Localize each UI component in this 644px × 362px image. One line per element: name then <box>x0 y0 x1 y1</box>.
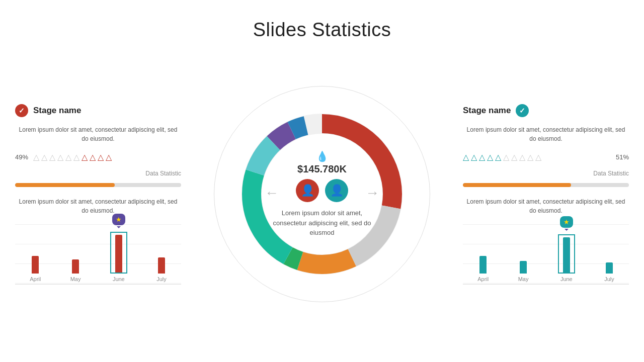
person-red-1: △ <box>82 152 88 162</box>
left-label-july: July <box>156 276 167 282</box>
right-percentage: 51% <box>613 153 629 161</box>
right-panel: Stage name Lorem ipsum dolor sit amet, c… <box>458 104 629 285</box>
person-gray-r1: △ <box>503 152 509 162</box>
person-gray-r3: △ <box>519 152 525 162</box>
donut-lorem: Lorem ipsum dolor sit amet, consectetur … <box>272 208 372 238</box>
person-gray-r2: △ <box>511 152 517 162</box>
left-progress-bar <box>15 183 181 187</box>
water-drop-icon: 💧 <box>316 150 329 162</box>
right-bar-chart: April May ★ June <box>463 224 629 285</box>
left-bar-may: May <box>70 259 81 282</box>
donut-center-content: 💧 $145.780K 👤 👤 Lorem ipsum dolor sit am… <box>272 150 372 238</box>
person-teal-4: △ <box>487 152 493 162</box>
left-bar-july: July <box>156 257 167 282</box>
right-tooltip-star: ★ <box>564 218 570 226</box>
donut-person-icons: 👤 👤 <box>296 179 348 202</box>
person-circle-teal: 👤 <box>325 179 348 202</box>
right-stage-name: Stage name <box>463 106 511 116</box>
left-label-april: April <box>30 276 41 282</box>
left-label-june: June <box>113 276 125 282</box>
person-teal-1: △ <box>463 152 469 162</box>
right-data-statistic-label: Data Statistic <box>463 170 629 177</box>
right-lorem1: Lorem ipsum dolor sit amet, consectetur … <box>463 125 629 143</box>
person-gray-1: △ <box>33 152 39 162</box>
left-stage-icon <box>15 104 28 117</box>
right-bar-april: April <box>477 256 489 282</box>
person-gray-3: △ <box>49 152 55 162</box>
right-bar-may: May <box>518 261 529 282</box>
right-stage-header: Stage name <box>463 104 629 117</box>
left-bar-chart: April May ★ June <box>15 224 181 285</box>
left-panel: Stage name Lorem ipsum dolor sit amet, c… <box>15 104 186 285</box>
right-people-row: △ △ △ △ △ △ △ △ △ △ 51% <box>463 152 629 162</box>
left-bar-april: April <box>30 256 41 282</box>
right-bars-container: April May ★ June <box>463 224 629 285</box>
left-data-statistic-label: Data Statistic <box>15 170 181 177</box>
right-label-april: April <box>477 276 489 282</box>
person-red-4: △ <box>106 152 112 162</box>
center-panel: ← → 💧 $145.780K 👤 👤 Lorem ipsum dolor si… <box>186 41 458 347</box>
person-teal-2: △ <box>471 152 477 162</box>
person-gray-6: △ <box>73 152 79 162</box>
page-title: Slides Statistics <box>0 0 644 41</box>
left-stage-header: Stage name <box>15 104 181 117</box>
person-red-2: △ <box>90 152 96 162</box>
right-bar-july: July <box>604 262 614 282</box>
right-stage-icon <box>516 104 529 117</box>
donut-wrapper: ← → 💧 $145.780K 👤 👤 Lorem ipsum dolor si… <box>226 99 418 290</box>
right-label-june: June <box>560 276 573 282</box>
left-tooltip: ★ <box>112 214 125 225</box>
left-progress-fill <box>15 183 115 187</box>
left-stage-name: Stage name <box>33 106 81 116</box>
left-lorem1: Lorem ipsum dolor sit amet, consectetur … <box>15 125 181 143</box>
person-gray-2: △ <box>41 152 47 162</box>
right-label-may: May <box>518 276 529 282</box>
left-bars-container: April May ★ June <box>15 224 181 285</box>
person-teal-5: △ <box>495 152 501 162</box>
person-red-3: △ <box>98 152 104 162</box>
left-lorem2: Lorem ipsum dolor sit amet, consectetur … <box>15 197 181 215</box>
right-june-border <box>558 234 575 274</box>
left-tooltip-star: ★ <box>116 216 122 223</box>
person-gray-5: △ <box>65 152 71 162</box>
right-tooltip: ★ <box>560 216 573 228</box>
right-progress-bar <box>463 183 629 187</box>
right-progress-fill <box>463 183 571 187</box>
left-label-may: May <box>70 276 81 282</box>
donut-amount: $145.780K <box>297 163 347 175</box>
left-june-border <box>110 232 127 274</box>
person-gray-4: △ <box>57 152 63 162</box>
person-gray-r4: △ <box>527 152 533 162</box>
right-bar-june: ★ June <box>558 234 575 282</box>
person-circle-red: 👤 <box>296 179 319 202</box>
right-lorem2: Lorem ipsum dolor sit amet, consectetur … <box>463 197 629 215</box>
right-label-july: July <box>604 276 614 282</box>
person-gray-r5: △ <box>535 152 541 162</box>
left-percentage: 49% <box>15 153 31 161</box>
left-bar-june: ★ June <box>110 232 127 282</box>
left-people-row: 49% △ △ △ △ △ △ △ △ △ △ <box>15 152 181 162</box>
person-teal-3: △ <box>479 152 485 162</box>
